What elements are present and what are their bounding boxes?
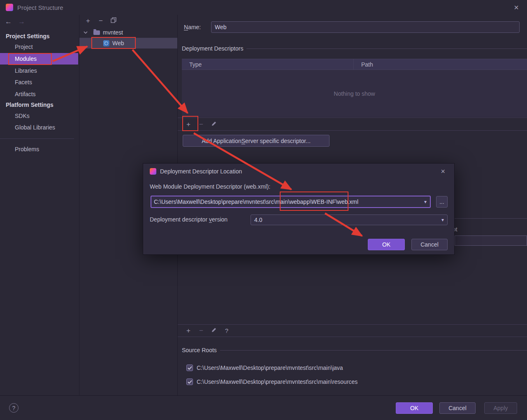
close-icon[interactable]: ×: [438, 167, 448, 176]
intellij-logo: [6, 4, 13, 11]
descriptor-version-label: Deployment descriptor version: [150, 216, 228, 223]
section-rule: [246, 48, 527, 49]
remove-module-icon[interactable]: −: [97, 17, 104, 24]
window-title: Project Structure: [17, 4, 63, 11]
add-resource-icon[interactable]: +: [185, 327, 192, 334]
column-header-path[interactable]: Path: [353, 59, 527, 69]
apply-button[interactable]: Apply: [484, 402, 517, 414]
intellij-logo: [150, 168, 156, 175]
browse-button[interactable]: ...: [436, 196, 448, 208]
sidebar-item-libraries[interactable]: Libraries: [0, 65, 78, 76]
tree-node-mvntest[interactable]: mvntest: [79, 27, 177, 38]
platform-settings-heading: Platform Settings: [6, 99, 53, 111]
partial-field[interactable]: [455, 235, 527, 246]
tree-toolbar: + −: [79, 15, 177, 26]
source-roots-header: Source Roots: [182, 347, 527, 353]
chevron-down-icon[interactable]: ▾: [438, 217, 447, 223]
sidebar-item-problems[interactable]: Problems: [0, 143, 78, 155]
tree-node-web[interactable]: Web: [79, 38, 177, 48]
tree-node-label: mvntest: [103, 29, 123, 36]
settings-sidebar: ← → Project Settings Project Modules Lib…: [0, 15, 79, 395]
source-root-path: C:\Users\Maxwell\Desktop\prepare\mvntest…: [197, 378, 358, 385]
descriptor-toolbar: + −: [178, 118, 527, 131]
descriptor-version-dropdown[interactable]: 4.0 ▾: [251, 215, 448, 225]
remove-descriptor-icon[interactable]: −: [197, 121, 205, 128]
source-root-row: C:\Users\Maxwell\Desktop\prepare\mvntest…: [186, 362, 343, 373]
descriptor-table-header: Type Path: [182, 59, 527, 70]
help-button[interactable]: ?: [9, 403, 19, 413]
sidebar-item-global-libraries[interactable]: Global Libraries: [0, 122, 78, 133]
descriptor-location-label: Web Module Deployment Descriptor (web.xm…: [150, 183, 270, 190]
dialog-footer: ? OK Cancel Apply: [0, 395, 527, 420]
edit-resource-icon[interactable]: [210, 327, 218, 334]
section-rule: [220, 350, 527, 351]
window-titlebar: Project Structure ×: [0, 0, 527, 15]
empty-text: Nothing to show: [334, 90, 375, 97]
deployment-descriptors-header: Deployment Descriptors: [182, 45, 527, 52]
chevron-down-icon[interactable]: [84, 30, 88, 35]
descriptor-table-empty: Nothing to show: [182, 70, 527, 117]
tree-node-label: Web: [112, 40, 124, 46]
copy-module-icon[interactable]: [110, 17, 117, 24]
dialog-titlebar: Deployment Descriptor Location ×: [143, 164, 454, 179]
help-icon[interactable]: ?: [223, 328, 230, 334]
module-name-input[interactable]: [211, 21, 520, 33]
remove-resource-icon[interactable]: −: [197, 327, 205, 334]
add-app-server-descriptor-button[interactable]: Add Application Server specific descript…: [183, 135, 330, 147]
name-label: Name:: [184, 21, 201, 33]
checkbox-checked[interactable]: [186, 365, 193, 371]
sidebar-item-facets[interactable]: Facets: [0, 76, 78, 88]
cancel-button[interactable]: Cancel: [439, 402, 476, 414]
section-title: Deployment Descriptors: [182, 45, 243, 52]
web-module-icon: [103, 40, 109, 46]
add-descriptor-icon[interactable]: +: [185, 121, 192, 128]
web-resources-toolbar: + − ?: [178, 324, 527, 337]
folder-icon: [93, 30, 100, 35]
descriptor-path-input[interactable]: [151, 198, 421, 205]
descriptor-path-combobox[interactable]: ▾: [151, 196, 431, 208]
selected-version: 4.0: [251, 217, 438, 223]
dialog-title: Deployment Descriptor Location: [160, 168, 242, 175]
deployment-descriptor-location-dialog: Deployment Descriptor Location × Web Mod…: [143, 163, 455, 255]
sidebar-item-artifacts[interactable]: Artifacts: [0, 88, 78, 100]
close-icon[interactable]: ×: [511, 2, 521, 12]
project-settings-heading: Project Settings: [6, 30, 50, 42]
sidebar-item-sdks[interactable]: SDKs: [0, 110, 78, 122]
sidebar-item-project[interactable]: Project: [0, 41, 78, 53]
checkbox-checked[interactable]: [186, 378, 193, 385]
dialog-cancel-button[interactable]: Cancel: [411, 239, 448, 250]
source-root-path: C:\Users\Maxwell\Desktop\prepare\mvntest…: [197, 365, 343, 371]
column-header-type[interactable]: Type: [182, 59, 353, 69]
edit-descriptor-icon[interactable]: [210, 121, 218, 128]
forward-icon[interactable]: →: [18, 18, 25, 25]
sidebar-item-modules[interactable]: Modules: [0, 53, 78, 65]
dialog-ok-button[interactable]: OK: [368, 239, 405, 250]
chevron-down-icon[interactable]: ▾: [421, 199, 430, 205]
back-icon[interactable]: ←: [5, 18, 12, 25]
sidebar-divider: [0, 138, 74, 139]
section-title: Source Roots: [182, 347, 217, 353]
add-module-icon[interactable]: +: [84, 17, 92, 24]
ok-button[interactable]: OK: [396, 402, 433, 414]
source-root-row: C:\Users\Maxwell\Desktop\prepare\mvntest…: [186, 376, 358, 387]
